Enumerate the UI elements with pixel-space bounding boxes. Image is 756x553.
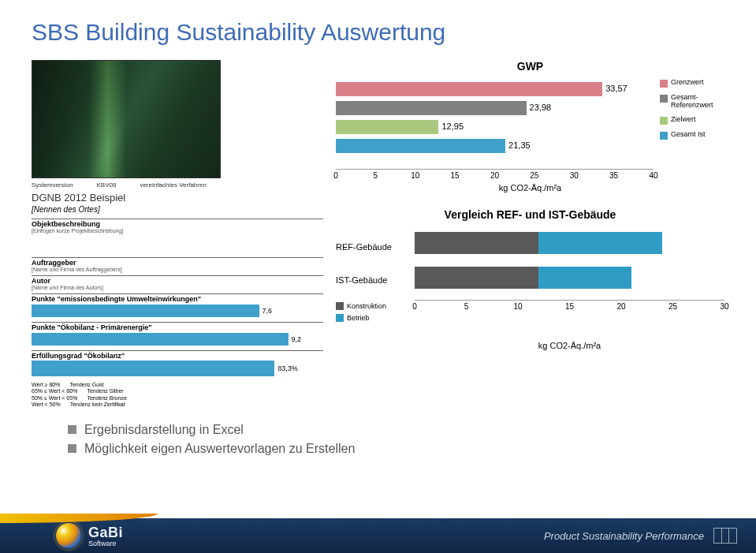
legend-cell: Tendenz kein Zertifikat <box>70 402 125 408</box>
axis-tick: 30 <box>720 302 728 311</box>
cmp-xlabel: kg CO2-Äq./m²a <box>415 341 724 350</box>
pe-logo-icon <box>713 528 737 544</box>
cmp-x-axis: 051015202530 <box>415 300 724 312</box>
footer-brand-sub: Software <box>88 540 123 547</box>
cert-legend: Wert ≥ 80%Tendenz Gold 65% ≤ Wert < 80%T… <box>32 382 323 409</box>
legend-label: Grenzwert <box>671 79 704 87</box>
gwp-xlabel: kg CO2-Äq./m²a <box>336 183 724 192</box>
gwp-bar-zielwert <box>336 120 438 134</box>
gwp-bar-label: 21,35 <box>508 140 531 150</box>
vergleich-chart: Vergleich REF- und IST-Gebäude REF-Gebäu… <box>336 208 724 350</box>
bullet-text: Möglichkeit eigen Auswertevorlagen zu Er… <box>84 442 355 456</box>
legend-label: Gesamt Ist <box>671 131 706 139</box>
footer-swoosh-icon <box>0 514 158 523</box>
gwp-bar-gesamt-ist <box>336 139 505 153</box>
gwp-bar-label: 33,57 <box>605 84 628 93</box>
auftrag-sub: [Name und Firma des Auftraggebers] <box>32 267 323 272</box>
erf-value: 83,3% <box>277 364 298 372</box>
cmp-cat-ref: REF-Gebäude <box>336 235 407 259</box>
axis-tick: 20 <box>616 302 625 311</box>
axis-tick: 15 <box>451 171 460 180</box>
punkte1-value: 7,6 <box>263 307 273 315</box>
legend-cell: Tendenz Silber <box>87 388 123 394</box>
gwp-x-axis: 0510152025303540 <box>336 169 654 181</box>
axis-tick: 20 <box>490 171 499 180</box>
obj-header: Objektbeschreibung <box>32 219 323 228</box>
axis-tick: 40 <box>649 171 657 180</box>
axis-tick: 0 <box>412 302 417 311</box>
gwp-chart: GWP 33,5723,9812,9521,35 Grenzwert Gesam… <box>336 60 724 192</box>
gwp-bar-label: 12,95 <box>441 121 464 131</box>
building-photo <box>32 60 221 178</box>
axis-tick: 10 <box>411 171 419 180</box>
footer: GaBi Software Product Sustainability Per… <box>0 518 756 553</box>
obj-sub: [Einfügen kurze Projektbeschreibung] <box>32 228 323 234</box>
axis-tick: 5 <box>374 171 378 180</box>
bullet-text: Ergebnisdarstellung in Excel <box>84 423 244 437</box>
autor-header: Autor <box>32 275 323 285</box>
cmp-cat-ist: IST-Gebäude <box>336 268 407 292</box>
legend-cell: 65% ≤ Wert < 80% <box>32 388 77 394</box>
cmp-stack-ist-geb-ude <box>415 267 631 289</box>
swatch-grenzwert-icon <box>660 80 668 88</box>
punkte2-value: 9,2 <box>292 335 302 343</box>
legend-label: Konstruktion <box>347 302 386 310</box>
ortes-placeholder: [Nennen des Ortes] <box>32 205 323 214</box>
gwp-legend: Grenzwert Gesamt-Referenzwert Zielwert G… <box>654 79 724 166</box>
cmp-seg-konstruktion <box>415 267 538 289</box>
bullet-icon <box>68 425 76 434</box>
legend-label: Gesamt-Referenzwert <box>671 94 713 110</box>
axis-tick: 35 <box>609 171 618 180</box>
gabi-logo-icon <box>55 522 82 549</box>
meta-kbv: KBV08 <box>96 181 116 189</box>
auftrag-header: Auftraggeber <box>32 257 323 267</box>
axis-tick: 5 <box>464 302 469 311</box>
legend-label: Zielwert <box>671 116 696 124</box>
right-panel: GWP 33,5723,9812,9521,35 Grenzwert Gesam… <box>336 60 724 409</box>
legend-cell: Wert ≥ 80% <box>32 382 60 388</box>
bullet-icon <box>68 444 76 453</box>
swatch-konstruktion-icon <box>336 302 344 310</box>
meta-systemversion: Systemversion <box>32 181 73 189</box>
punkte1-bar: 7,6 <box>32 303 323 319</box>
swatch-zielwert-icon <box>660 117 668 125</box>
legend-cell: Wert < 50% <box>32 402 61 408</box>
cmp-seg-betrieb <box>538 232 662 254</box>
bullet-list: Ergebnisdarstellung in Excel Möglichkeit… <box>32 423 724 456</box>
gwp-bar-gesamt-referenzwert <box>336 101 527 115</box>
axis-tick: 30 <box>570 171 579 180</box>
punkte1-header: Punkte "emissionsbedingte Umwelteinwirku… <box>32 293 323 303</box>
axis-tick: 0 <box>333 171 338 180</box>
axis-tick: 15 <box>565 302 574 311</box>
gwp-title: GWP <box>336 60 724 73</box>
legend-cell: 50% ≤ Wert < 65% <box>32 395 77 402</box>
left-panel: Systemversion KBV08 vereinfachtes Verfah… <box>32 60 323 409</box>
gwp-bar-label: 23,98 <box>530 103 552 112</box>
punkte2-header: Punkte "Ökobilanz - Primärenergie" <box>32 322 323 331</box>
footer-brand: GaBi <box>88 525 123 540</box>
swatch-ist-icon <box>660 132 668 140</box>
legend-label: Betrieb <box>347 314 370 322</box>
dgnb-title: DGNB 2012 Beispiel <box>32 192 323 204</box>
punkte2-bar: 9,2 <box>32 331 323 347</box>
cmp-seg-konstruktion <box>415 232 538 254</box>
axis-tick: 10 <box>513 302 522 311</box>
axis-tick: 25 <box>668 302 677 311</box>
vergleich-title: Vergleich REF- und IST-Gebäude <box>336 208 724 221</box>
swatch-referenz-icon <box>660 95 668 103</box>
cmp-stack-ref-geb-ude <box>415 232 662 254</box>
autor-sub: [Name und Firma des Autors] <box>32 285 323 290</box>
cmp-legend: Konstruktion Betrieb <box>336 301 407 322</box>
legend-cell: Tendenz Bronze <box>87 395 127 402</box>
page-title: SBS Building Sustainability Auswertung <box>32 19 724 46</box>
legend-cell: Tendenz Gold <box>69 382 103 388</box>
swatch-betrieb-icon <box>336 314 344 322</box>
erf-header: Erfüllungsgrad "Ökobilanz" <box>32 350 323 360</box>
gwp-bar-grenzwert <box>336 82 602 96</box>
meta-verfahren: vereinfachtes Verfahren <box>140 181 207 189</box>
axis-tick: 25 <box>530 171 538 180</box>
erf-bar: 83,3% <box>32 360 323 377</box>
cmp-seg-betrieb <box>538 267 631 289</box>
footer-tagline: Product Sustainability Performance <box>544 530 704 542</box>
